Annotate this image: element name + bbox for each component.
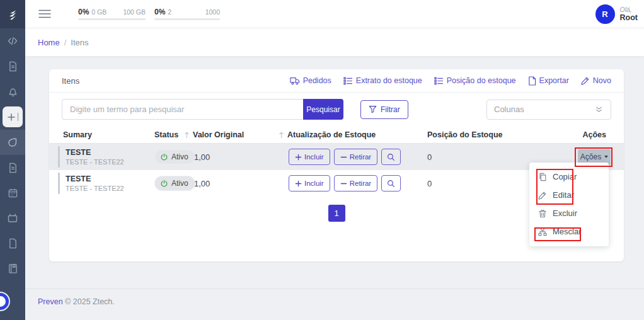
calendar-icon (8, 188, 18, 198)
columns-label: Colunas (494, 105, 524, 114)
col-header-atualizacao[interactable]: Atualização de Estoque (279, 130, 427, 139)
card-header-actions: Pedidos Extrato do estoque Posição do es… (290, 76, 611, 86)
estoque-actions-cell: Incluir Retirar (279, 175, 427, 191)
sort-arrow-up-icon (279, 131, 284, 139)
storage-total: 100 GB (123, 8, 146, 16)
dropdown-item-copiar[interactable]: Copiar (529, 168, 609, 186)
sidebar-item-calendar[interactable] (0, 180, 25, 205)
top-navbar: 0% 0 GB 100 GB 0% 2 1000 R Olá, Root (25, 0, 644, 28)
sidebar-item-notifications[interactable] (0, 79, 25, 104)
novo-label: Novo (593, 76, 611, 85)
pedidos-link[interactable]: Pedidos (290, 76, 331, 85)
sidebar-item-files[interactable] (0, 231, 25, 256)
columns-select[interactable]: Colunas (486, 100, 611, 120)
file-text-icon (8, 163, 18, 173)
page-1-button[interactable]: 1 (328, 205, 345, 222)
bell-icon (8, 86, 18, 97)
plus-icon (295, 154, 302, 161)
caret-down-icon (604, 156, 608, 158)
col-header-sumary[interactable]: Sumary (49, 130, 154, 139)
dropdown-item-mesclar[interactable]: Mesclar (529, 222, 609, 241)
text-cursor (18, 113, 18, 121)
posicao-cell: 0 (427, 152, 561, 162)
table-header-row: Sumary Status Valor Original Atualização… (49, 126, 624, 144)
retirar-button[interactable]: Retirar (334, 149, 378, 165)
power-icon (160, 180, 168, 188)
exportar-label: Exportar (539, 76, 569, 85)
quota-progressbar (154, 18, 220, 20)
dropdown-item-editar[interactable]: Editar (529, 186, 609, 204)
chevron-double-down-icon (594, 105, 604, 113)
list-icon (434, 77, 444, 85)
code-icon (7, 35, 18, 47)
tv-icon (7, 212, 18, 224)
sidebar-item-journal[interactable] (0, 256, 25, 281)
user-text: Olá, Root (620, 6, 638, 22)
col-header-posicao[interactable]: Posição do Estoque (427, 130, 561, 139)
search-button[interactable]: Pesquisar (303, 99, 343, 120)
sidebar-item-monitor[interactable] (0, 205, 25, 231)
posicao-estoque-link[interactable]: Posição do estoque (434, 76, 516, 85)
filter-label: Filtrar (381, 105, 400, 114)
view-item-button[interactable] (381, 149, 401, 165)
avatar[interactable]: R (595, 4, 615, 24)
breadcrumb-separator: / (64, 38, 67, 47)
logo-icon (6, 8, 19, 21)
quota-gauge: 0% 2 1000 (154, 8, 220, 20)
sidebar-item-code[interactable] (0, 28, 25, 54)
row-accent-bar (58, 146, 60, 168)
magnifier-icon (387, 153, 395, 161)
card-title: Itens (62, 76, 79, 86)
book-icon (8, 263, 18, 274)
sidebar-item-items-active[interactable] (0, 130, 25, 155)
power-icon (160, 153, 168, 161)
search-input[interactable] (62, 99, 303, 120)
retirar-button[interactable]: Retirar (334, 175, 378, 191)
filter-button[interactable]: Filtrar (360, 100, 408, 119)
trash-icon (538, 209, 547, 218)
menu-toggle-button[interactable] (38, 9, 52, 19)
sidebar-add-button[interactable] (3, 106, 23, 127)
search-group: Pesquisar (62, 99, 343, 120)
app-logo[interactable] (0, 0, 25, 28)
card-header: Itens Pedidos Extrato do estoque Posi (49, 69, 624, 93)
quota-total: 1000 (205, 8, 220, 16)
plus-icon (295, 180, 302, 187)
breadcrumb-current: Itens (71, 38, 88, 47)
sidebar-item-reports[interactable] (0, 155, 25, 180)
breadcrumb: Home / Itens (25, 28, 644, 56)
pencil-icon (581, 76, 590, 85)
incluir-button[interactable]: Incluir (289, 149, 330, 165)
sidebar-item-documents[interactable] (0, 54, 25, 79)
view-item-button[interactable] (381, 175, 401, 191)
app-root: 0% 0 GB 100 GB 0% 2 1000 R Olá, Root (0, 0, 644, 320)
leaf-icon (7, 137, 18, 148)
sumary-cell: TESTE TESTE - TESTE22 (49, 144, 154, 170)
valor-cell: 1,00 (184, 179, 279, 188)
status-cell: Ativo (154, 176, 184, 191)
footer-brand-link[interactable]: Preven (38, 297, 63, 306)
novo-link[interactable]: Novo (581, 76, 611, 85)
sidebar-nav (0, 28, 25, 281)
storage-gauge: 0% 0 GB 100 GB (78, 8, 146, 20)
file-icon (8, 238, 18, 249)
item-code: TESTE - TESTE22 (66, 158, 124, 166)
main-area: 0% 0 GB 100 GB 0% 2 1000 R Olá, Root (25, 0, 644, 320)
extrato-estoque-link[interactable]: Extrato do estoque (343, 76, 422, 85)
col-header-status[interactable]: Status (154, 130, 184, 139)
minus-icon (340, 180, 347, 187)
content-area: Itens Pedidos Extrato do estoque Posi (25, 56, 644, 320)
estoque-actions-cell: Incluir Retirar (279, 149, 427, 165)
file-icon (528, 76, 536, 86)
user-name: Root (620, 13, 638, 22)
table-toolbar: Pesquisar Filtrar Colunas (49, 93, 624, 126)
breadcrumb-home-link[interactable]: Home (38, 38, 60, 47)
truck-icon (290, 77, 300, 85)
col-header-valor-original[interactable]: Valor Original (184, 130, 279, 139)
user-menu[interactable]: R Olá, Root (595, 4, 638, 24)
incluir-button[interactable]: Incluir (289, 175, 330, 191)
exportar-link[interactable]: Exportar (528, 76, 569, 86)
dropdown-item-excluir[interactable]: Excluir (529, 204, 609, 222)
valor-cell: 1,00 (184, 152, 279, 162)
chat-bubble-button[interactable] (0, 293, 9, 310)
